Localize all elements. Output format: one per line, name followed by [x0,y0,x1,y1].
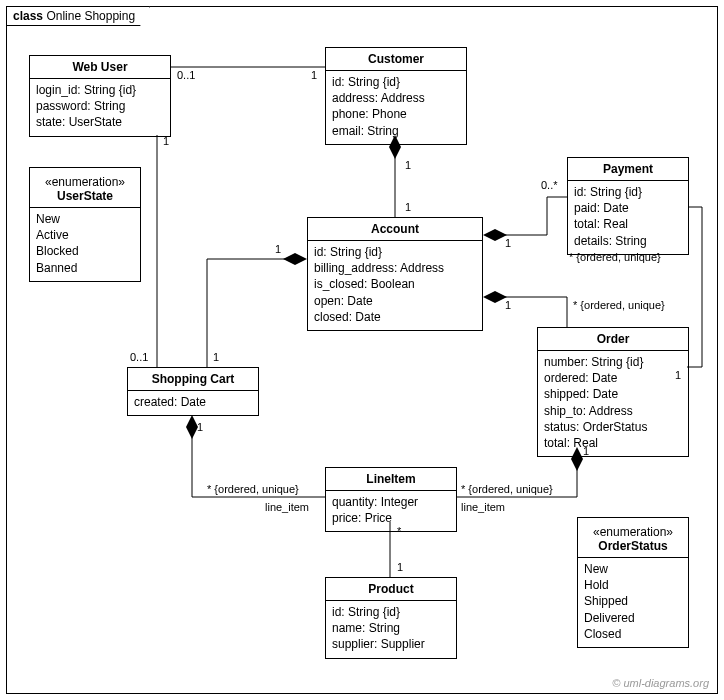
credit: © uml-diagrams.org [612,677,709,689]
mult: 1 [275,243,281,255]
class-name: LineItem [326,468,456,491]
attr: email: String [332,123,460,139]
attr: created: Date [134,394,252,410]
class-attrs: id: String {id} paid: Date total: Real d… [568,181,688,254]
attr: details: String [574,233,682,249]
mult: 1 [405,159,411,171]
class-name: Payment [568,158,688,181]
attr: is_closed: Boolean [314,276,476,292]
attr: ship_to: Address [544,403,682,419]
class-vals: New Hold Shipped Delivered Closed [578,558,688,647]
mult: 1 [505,237,511,249]
mult: 1 [583,445,589,457]
frame-title-tab: class Online Shopping [6,6,150,26]
class-userstate: «enumeration» UserState New Active Block… [29,167,141,282]
attr: phone: Phone [332,106,460,122]
svg-marker-10 [483,229,507,241]
val: Closed [584,626,682,642]
class-shoppingcart: Shopping Cart created: Date [127,367,259,416]
mult: 1 [197,421,203,433]
diagram-frame: class Online Shopping Web User login_id:… [6,6,718,694]
attr: id: String {id} [574,184,682,200]
val: Hold [584,577,682,593]
role: line_item [265,501,309,513]
class-customer: Customer id: String {id} address: Addres… [325,47,467,145]
attr: address: Address [332,90,460,106]
class-name: Product [326,578,456,601]
class-attrs: id: String {id} name: String supplier: S… [326,601,456,658]
class-attrs: login_id: String {id} password: String s… [30,79,170,136]
stereotype: «enumeration» [36,172,134,189]
class-payment: Payment id: String {id} paid: Date total… [567,157,689,255]
class-name: UserState [57,189,113,203]
mult: 1 [163,135,169,147]
svg-marker-6 [283,253,307,265]
attr: status: OrderStatus [544,419,682,435]
class-order: Order number: String {id} ordered: Date … [537,327,689,457]
mult: * {ordered, unique} [461,483,553,495]
mult: 0..* [541,179,558,191]
attr: state: UserState [36,114,164,130]
class-orderstatus: «enumeration» OrderStatus New Hold Shipp… [577,517,689,648]
frame-title: Online Shopping [46,9,135,23]
class-name: Account [308,218,482,241]
mult: 1 [405,201,411,213]
val: Banned [36,260,134,276]
attr: login_id: String {id} [36,82,164,98]
val: New [584,561,682,577]
class-attrs: created: Date [128,391,258,415]
stereotype: «enumeration» [584,522,682,539]
mult: 1 [311,69,317,81]
attr: price: Price [332,510,450,526]
attr: id: String {id} [332,604,450,620]
attr: paid: Date [574,200,682,216]
class-account: Account id: String {id} billing_address:… [307,217,483,331]
attr: number: String {id} [544,354,682,370]
class-name: Web User [30,56,170,79]
class-name: Order [538,328,688,351]
attr: id: String {id} [314,244,476,260]
class-attrs: quantity: Integer price: Price [326,491,456,531]
mult: 0..1 [130,351,148,363]
attr: id: String {id} [332,74,460,90]
class-attrs: number: String {id} ordered: Date shippe… [538,351,688,456]
attr: closed: Date [314,309,476,325]
mult: * {ordered, unique} [573,299,643,311]
class-name: Shopping Cart [128,368,258,391]
mult: * [397,525,401,537]
frame-keyword: class [13,9,43,23]
attr: quantity: Integer [332,494,450,510]
val: Shipped [584,593,682,609]
class-webuser: Web User login_id: String {id} password:… [29,55,171,137]
attr: shipped: Date [544,386,682,402]
mult: * {ordered, unique} [569,251,661,263]
val: Delivered [584,610,682,626]
attr: billing_address: Address [314,260,476,276]
mult: 1 [397,561,403,573]
class-header: «enumeration» UserState [30,168,140,208]
mult: 1 [675,369,681,381]
class-name: OrderStatus [598,539,667,553]
attr: total: Real [544,435,682,451]
attr: total: Real [574,216,682,232]
svg-marker-13 [483,291,507,303]
class-product: Product id: String {id} name: String sup… [325,577,457,659]
class-vals: New Active Blocked Banned [30,208,140,281]
attr: open: Date [314,293,476,309]
val: Blocked [36,243,134,259]
mult: 0..1 [177,69,195,81]
attr: ordered: Date [544,370,682,386]
role: line_item [461,501,505,513]
val: Active [36,227,134,243]
val: New [36,211,134,227]
class-header: «enumeration» OrderStatus [578,518,688,558]
mult: 1 [213,351,219,363]
class-name: Customer [326,48,466,71]
class-attrs: id: String {id} billing_address: Address… [308,241,482,330]
attr: name: String [332,620,450,636]
class-attrs: id: String {id} address: Address phone: … [326,71,466,144]
mult: * {ordered, unique} [207,483,299,495]
attr: password: String [36,98,164,114]
class-lineitem: LineItem quantity: Integer price: Price [325,467,457,532]
mult: 1 [505,299,511,311]
